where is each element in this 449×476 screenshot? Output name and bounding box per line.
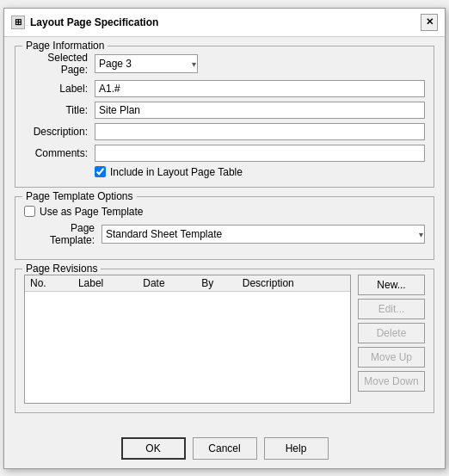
col-no: No. xyxy=(25,275,73,292)
dialog-title: Layout Page Specification xyxy=(30,16,158,28)
cancel-button[interactable]: Cancel xyxy=(193,437,257,460)
description-row: Description: xyxy=(24,123,425,140)
page-template-select-wrapper: Standard Sheet Template Custom Template … xyxy=(101,225,425,244)
page-information-group: Page Information Selected Page: Page 1 P… xyxy=(15,46,434,188)
page-template-options-label: Page Template Options xyxy=(22,190,137,202)
label-input[interactable] xyxy=(95,80,425,97)
edit-button[interactable]: Edit... xyxy=(358,299,425,319)
page-template-field-label: Page Template: xyxy=(24,222,101,246)
new-button[interactable]: New... xyxy=(358,275,425,295)
use-template-label[interactable]: Use as Page Template xyxy=(40,206,144,218)
col-date: Date xyxy=(138,275,196,292)
dialog-content: Page Information Selected Page: Page 1 P… xyxy=(4,37,445,430)
selected-page-select-wrapper: Page 1 Page 2 Page 3 Page 4 ▾ xyxy=(95,54,198,73)
title-row: Title: xyxy=(24,102,425,119)
selected-page-select[interactable]: Page 1 Page 2 Page 3 Page 4 xyxy=(95,54,198,73)
include-checkbox-label[interactable]: Include in Layout Page Table xyxy=(110,166,243,178)
include-checkbox-row: Include in Layout Page Table xyxy=(24,166,425,178)
move-up-button[interactable]: Move Up xyxy=(358,347,425,368)
comments-row: Comments: xyxy=(24,145,425,162)
revisions-layout: No. Label Date By Description New xyxy=(24,275,425,404)
page-revisions-group: Page Revisions No. Label Date By Descrip… xyxy=(15,269,434,413)
selected-page-label: Selected Page: xyxy=(24,52,95,76)
col-by: By xyxy=(196,275,237,292)
col-description: Description xyxy=(237,275,350,292)
include-checkbox[interactable] xyxy=(95,166,106,177)
close-button[interactable]: ✕ xyxy=(421,14,438,31)
page-template-options-group: Page Template Options Use as Page Templa… xyxy=(15,196,434,260)
page-template-row: Page Template: Standard Sheet Template C… xyxy=(24,222,425,246)
label-field-label: Label: xyxy=(24,83,95,95)
page-template-select[interactable]: Standard Sheet Template Custom Template … xyxy=(101,225,425,244)
use-template-checkbox[interactable] xyxy=(24,206,35,217)
bottom-bar: OK Cancel Help xyxy=(4,430,445,468)
col-label: Label xyxy=(73,275,138,292)
help-button[interactable]: Help xyxy=(264,437,329,460)
title-input[interactable] xyxy=(95,102,425,119)
move-down-button[interactable]: Move Down xyxy=(358,371,425,392)
title-bar: ⊞ Layout Page Specification ✕ xyxy=(4,9,445,37)
description-input[interactable] xyxy=(95,123,425,140)
description-field-label: Description: xyxy=(24,126,95,138)
ok-button[interactable]: OK xyxy=(121,437,186,460)
dialog-icon: ⊞ xyxy=(11,15,25,29)
layout-page-specification-dialog: ⊞ Layout Page Specification ✕ Page Infor… xyxy=(3,8,446,469)
label-row: Label: xyxy=(24,80,425,97)
title-field-label: Title: xyxy=(24,104,95,116)
delete-button[interactable]: Delete xyxy=(358,323,425,343)
title-bar-left: ⊞ Layout Page Specification xyxy=(11,15,158,29)
revisions-buttons: New... Edit... Delete Move Up Move Down xyxy=(358,275,425,404)
comments-input[interactable] xyxy=(95,145,425,162)
revisions-table: No. Label Date By Description xyxy=(25,275,350,292)
use-template-row: Use as Page Template xyxy=(24,206,425,218)
page-information-label: Page Information xyxy=(22,40,108,52)
selected-page-row: Selected Page: Page 1 Page 2 Page 3 Page… xyxy=(24,52,425,76)
page-revisions-label: Page Revisions xyxy=(22,263,101,275)
comments-field-label: Comments: xyxy=(24,147,95,159)
revisions-table-wrap[interactable]: No. Label Date By Description xyxy=(24,275,351,404)
